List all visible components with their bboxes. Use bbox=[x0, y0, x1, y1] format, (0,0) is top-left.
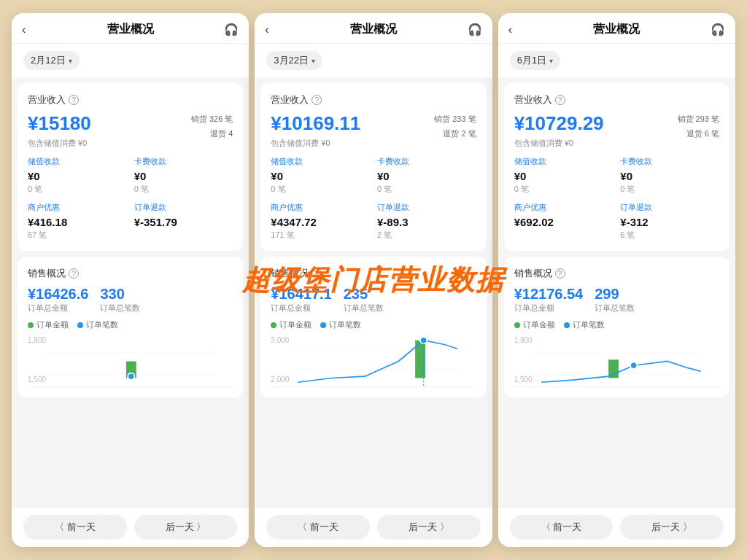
next-day-button[interactable]: 后一天 〉 bbox=[377, 515, 481, 540]
sales-summary-row: ¥16417.1 订单总金额 235 订单总笔数 bbox=[271, 286, 476, 314]
revenue-counts: 销货 293 笔 退货 6 笔 bbox=[678, 112, 719, 141]
headphone-icon[interactable]: 🎧 bbox=[224, 23, 239, 36]
next-day-button[interactable]: 后一天 〉 bbox=[134, 515, 238, 540]
legend-amount: 订单金额 bbox=[28, 319, 69, 330]
headphone-icon[interactable]: 🎧 bbox=[711, 23, 725, 36]
metric-item-2: 商户优惠 ¥416.18 67 笔 bbox=[28, 202, 127, 241]
content-area: 营业收入 ? ¥10729.29 包含储值消费 ¥0 销货 293 笔 退货 6… bbox=[498, 77, 735, 507]
metric-value-0: ¥0 bbox=[28, 170, 127, 182]
sales-amount-label: 订单总金额 bbox=[28, 303, 88, 314]
info-icon[interactable]: ? bbox=[69, 95, 79, 105]
metric-value-3: ¥-89.3 bbox=[377, 216, 476, 228]
chart-area: 1,800 1,500 bbox=[514, 336, 719, 387]
legend-amount-dot bbox=[514, 322, 520, 328]
metric-label-1: 卡费收款 bbox=[134, 156, 233, 167]
info-icon[interactable]: ? bbox=[555, 95, 565, 105]
main-container: ‹ 营业概况 🎧 2月12日 ▾ 营业收入 ? ¥15180 包含储值消费 ¥ bbox=[9, 10, 738, 550]
sales-info-icon[interactable]: ? bbox=[311, 268, 322, 279]
metric-count-1: 0 笔 bbox=[134, 184, 233, 195]
metric-item-0: 储值收款 ¥0 0 笔 bbox=[28, 156, 127, 195]
phone-header: ‹ 营业概况 🎧 bbox=[255, 13, 492, 44]
metric-value-0: ¥0 bbox=[271, 170, 370, 182]
legend-amount-dot bbox=[28, 322, 34, 328]
legend-amount-label: 订单金额 bbox=[36, 319, 69, 330]
sales-label: 销售概况 bbox=[28, 267, 66, 280]
revenue-sub: 包含储值消费 ¥0 bbox=[271, 138, 434, 149]
prev-day-button[interactable]: 〈 前一天 bbox=[23, 515, 127, 540]
sales-count-item: 330 订单总笔数 bbox=[100, 286, 140, 314]
return-count: 退货 2 笔 bbox=[434, 127, 476, 141]
revenue-amount: ¥10169.11 bbox=[271, 112, 434, 135]
metric-count-0: 0 笔 bbox=[271, 184, 370, 195]
sales-total-count: 235 bbox=[344, 286, 384, 303]
metric-count-0: 0 笔 bbox=[28, 184, 127, 195]
sales-section-title: 销售概况 ? bbox=[28, 267, 233, 280]
sales-section-title: 销售概况 ? bbox=[514, 267, 719, 280]
legend-count: 订单笔数 bbox=[564, 319, 605, 330]
metric-value-1: ¥0 bbox=[620, 170, 719, 182]
back-button[interactable]: ‹ bbox=[508, 23, 512, 36]
metric-value-3: ¥-312 bbox=[620, 216, 719, 228]
legend-amount: 订单金额 bbox=[271, 319, 311, 330]
sales-label: 销售概况 bbox=[514, 267, 552, 280]
metric-item-3: 订单退款 ¥-312 6 笔 bbox=[620, 202, 719, 241]
chevron-down-icon: ▾ bbox=[549, 57, 553, 65]
svg-point-12 bbox=[630, 362, 637, 369]
revenue-counts: 销货 326 笔 退货 4 bbox=[191, 112, 233, 141]
sales-summary-row: ¥16426.6 订单总金额 330 订单总笔数 bbox=[28, 286, 233, 314]
revenue-section-title: 营业收入 ? bbox=[514, 93, 719, 106]
sales-total-amount: ¥16417.1 bbox=[271, 286, 331, 303]
sales-total-count: 299 bbox=[595, 286, 635, 303]
date-pill[interactable]: 6月1日 ▾ bbox=[510, 51, 560, 70]
chevron-down-icon: ▾ bbox=[69, 57, 72, 65]
legend-count: 订单笔数 bbox=[320, 319, 361, 330]
next-day-button[interactable]: 后一天 〉 bbox=[620, 515, 724, 540]
sales-count-item: 235 订单总笔数 bbox=[344, 286, 384, 314]
revenue-label: 营业收入 bbox=[28, 93, 66, 106]
back-button[interactable]: ‹ bbox=[22, 23, 26, 36]
metric-count-2: 67 笔 bbox=[28, 230, 127, 241]
sales-info-icon[interactable]: ? bbox=[555, 268, 565, 279]
metric-label-0: 储值收款 bbox=[514, 156, 614, 167]
chart-y-high: 1,800 bbox=[28, 336, 46, 344]
metric-value-3: ¥-351.79 bbox=[134, 216, 233, 228]
date-label: 3月22日 bbox=[274, 54, 309, 67]
info-icon[interactable]: ? bbox=[311, 95, 322, 105]
revenue-card: 营业收入 ? ¥10169.11 包含储值消费 ¥0 销货 233 笔 退货 2… bbox=[260, 83, 486, 251]
prev-day-button[interactable]: 〈 前一天 bbox=[510, 515, 614, 540]
metric-value-1: ¥0 bbox=[134, 170, 233, 182]
revenue-card: 营业收入 ? ¥10729.29 包含储值消费 ¥0 销货 293 笔 退货 6… bbox=[504, 83, 729, 251]
metric-value-2: ¥692.02 bbox=[514, 216, 614, 228]
revenue-section-title: 营业收入 ? bbox=[271, 93, 476, 106]
revenue-amount: ¥10729.29 bbox=[514, 112, 678, 135]
sales-info-icon[interactable]: ? bbox=[69, 268, 79, 279]
date-selector: 3月22日 ▾ bbox=[255, 44, 492, 77]
metrics-grid: 储值收款 ¥0 0 笔 卡费收款 ¥0 0 笔 商户优惠 bbox=[271, 156, 476, 241]
sales-card: 销售概况 ? ¥12176.54 订单总金额 299 订单总笔数 bbox=[504, 257, 729, 397]
bottom-nav: 〈 前一天 后一天 〉 bbox=[255, 507, 492, 547]
metric-label-0: 储值收款 bbox=[271, 156, 370, 167]
legend-count-dot bbox=[320, 322, 326, 328]
sales-amount-label: 订单总金额 bbox=[271, 303, 331, 314]
phone-card-2: ‹ 营业概况 🎧 3月22日 ▾ 营业收入 ? ¥10169.11 包含储值消 bbox=[255, 13, 492, 547]
metric-label-3: 订单退款 bbox=[620, 202, 719, 213]
phone-header: ‹ 营业概况 🎧 bbox=[12, 13, 249, 44]
page-title: 营业概况 bbox=[350, 22, 397, 37]
sales-count-item: 299 订单总笔数 bbox=[595, 286, 635, 314]
svg-point-3 bbox=[128, 373, 134, 380]
return-count: 退货 4 bbox=[191, 127, 233, 141]
metric-count-1: 0 笔 bbox=[377, 184, 476, 195]
sales-count: 销货 326 笔 bbox=[191, 112, 233, 127]
back-button[interactable]: ‹ bbox=[265, 23, 268, 36]
legend-amount-label: 订单金额 bbox=[523, 319, 555, 330]
headphone-icon[interactable]: 🎧 bbox=[468, 23, 482, 36]
prev-day-button[interactable]: 〈 前一天 bbox=[266, 515, 370, 540]
revenue-sub: 包含储值消费 ¥0 bbox=[514, 138, 678, 149]
metric-item-3: 订单退款 ¥-351.79 bbox=[134, 202, 233, 241]
legend-amount-label: 订单金额 bbox=[279, 319, 311, 330]
date-pill[interactable]: 3月22日 ▾ bbox=[266, 51, 322, 70]
metric-value-2: ¥4347.72 bbox=[271, 216, 370, 228]
date-pill[interactable]: 2月12日 ▾ bbox=[23, 51, 80, 70]
chart-legend: 订单金额 订单笔数 bbox=[514, 319, 719, 330]
metric-value-2: ¥416.18 bbox=[28, 216, 127, 228]
